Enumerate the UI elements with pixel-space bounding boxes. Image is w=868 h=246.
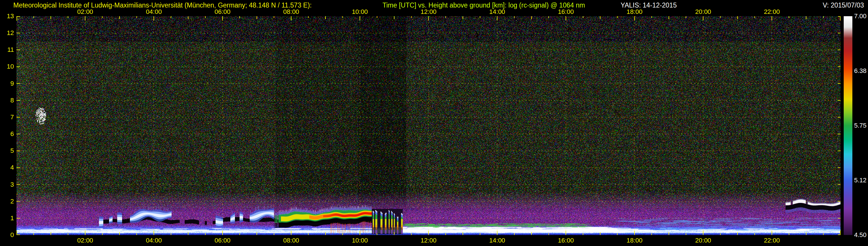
x-tick-label-bottom: 14:00: [481, 237, 513, 244]
y-tick-label: 12: [1, 29, 14, 37]
x-tick-label-top: 06:00: [207, 8, 239, 16]
y-tick-label: 5: [1, 147, 14, 155]
colorbar-tick-label: 7.00: [854, 12, 867, 20]
version-label: V: 2015/07/03: [823, 1, 864, 9]
y-tick-label: 10: [1, 63, 14, 70]
y-tick-label: 3: [1, 181, 14, 188]
colorbar-tick-label: 5.12: [854, 177, 867, 184]
x-tick-label-top: 02:00: [69, 8, 101, 16]
lidar-heatmap: [17, 16, 840, 235]
x-tick-label-bottom: 06:00: [207, 237, 239, 244]
x-tick-label-top: 22:00: [756, 8, 788, 16]
colorbar-tick-label: 5.75: [854, 122, 867, 129]
y-tick-label: 6: [1, 130, 14, 138]
x-tick-label-bottom: 16:00: [550, 237, 582, 244]
y-tick-label: 9: [1, 80, 14, 87]
x-tick-label-top: 10:00: [344, 8, 376, 16]
y-tick-label: 7: [1, 114, 14, 121]
x-tick-label-bottom: 18:00: [619, 237, 650, 244]
x-tick-label-bottom: 02:00: [69, 237, 101, 244]
x-tick-label-top: 18:00: [619, 8, 650, 16]
x-tick-label-bottom: 20:00: [687, 237, 719, 244]
y-tick-label: 13: [1, 12, 14, 20]
colorbar: [844, 16, 852, 235]
x-tick-label-top: 12:00: [412, 8, 444, 16]
y-tick-label: 8: [1, 97, 14, 104]
x-tick-label-bottom: 12:00: [412, 237, 444, 244]
colorbar-tick-label: 4.50: [854, 231, 867, 239]
lidar-quicklook-screen: Meteorological Institute of Ludwig-Maxim…: [0, 0, 868, 246]
y-tick-label: 0: [1, 231, 14, 239]
y-tick-label: 2: [1, 198, 14, 205]
colorbar-tick-label: 6.38: [854, 67, 867, 75]
x-tick-label-top: 20:00: [687, 8, 719, 16]
y-tick-label: 11: [1, 46, 14, 54]
x-tick-label-top: 04:00: [138, 8, 170, 16]
x-tick-label-top: 16:00: [550, 8, 582, 16]
x-tick-label-bottom: 22:00: [756, 237, 788, 244]
x-tick-label-top: 08:00: [275, 8, 307, 16]
x-tick-label-bottom: 04:00: [138, 237, 170, 244]
x-tick-label-bottom: 08:00: [275, 237, 307, 244]
y-tick-label: 1: [1, 214, 14, 222]
x-tick-label-bottom: 10:00: [344, 237, 376, 244]
y-tick-label: 4: [1, 164, 14, 171]
x-tick-label-top: 14:00: [481, 8, 513, 16]
